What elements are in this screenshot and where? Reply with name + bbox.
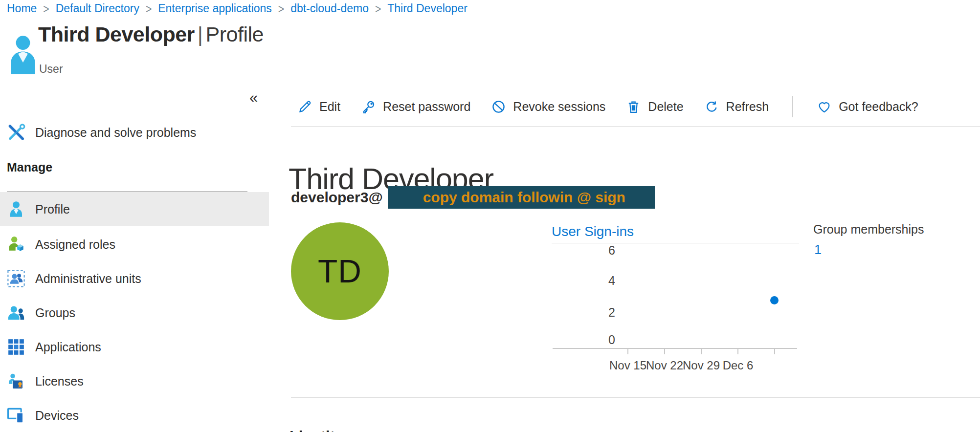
chevron-right-icon: > [43, 1, 49, 16]
sidebar-item-diagnose-and-solve-problems[interactable]: Diagnose and solve problems [0, 116, 269, 149]
breadcrumb-home[interactable]: Home [7, 2, 37, 15]
sidebar-item-label: Applications [35, 340, 101, 354]
toolbar-button-label: Refresh [726, 100, 769, 114]
user-principal-name: developer3@ copy domain followin @ sign [291, 186, 655, 209]
sidebar-item-label: Administrative units [35, 272, 141, 286]
sidebar-item-label: Profile [35, 202, 70, 216]
sidebar-collapse-icon[interactable]: « [249, 90, 258, 105]
x-axis-line [553, 348, 797, 349]
user-avatar-icon [10, 34, 36, 74]
x-axis-tick [701, 349, 702, 354]
sidebar: « Diagnose and solve problems Manage Pro… [0, 73, 269, 432]
sidebar-item-label: Groups [35, 306, 75, 320]
chevron-right-icon: > [146, 1, 152, 16]
devices-icon [7, 406, 25, 425]
chevron-right-icon: > [278, 1, 284, 16]
group-memberships-count-link[interactable]: 1 [814, 242, 822, 258]
y-axis-tick-label: 6 [586, 243, 615, 258]
toolbar-button-label: Reset password [383, 100, 470, 114]
applications-grid-icon [7, 338, 25, 356]
toolbar-separator [792, 96, 793, 117]
delete-button[interactable]: Delete [626, 99, 683, 114]
avatar: TD [291, 222, 389, 320]
sidebar-item-devices[interactable]: Devices [0, 398, 269, 432]
refresh-icon [704, 99, 719, 114]
breadcrumb-third-developer[interactable]: Third Developer [387, 2, 468, 15]
page-title: Third Developer|Profile [38, 22, 264, 46]
username-prefix: developer3@ [291, 189, 383, 206]
key-icon [361, 99, 376, 114]
sidebar-item-licenses[interactable]: Licenses [0, 364, 269, 398]
azure-user-profile-screen: Home > Default Directory > Enterprise ap… [0, 0, 980, 432]
sidebar-item-label: Licenses [35, 374, 84, 389]
heart-icon [817, 99, 832, 114]
sidebar-item-label: Diagnose and solve problems [35, 126, 196, 140]
user-sign-ins-chart: User Sign-ins 6 4 2 0 Nov 15 Nov 22 Nov … [552, 224, 799, 376]
sidebar-item-label: Assigned roles [35, 238, 115, 252]
domain-redaction-overlay: copy domain followin @ sign [388, 186, 655, 209]
trash-icon [626, 99, 641, 114]
sidebar-item-groups[interactable]: Groups [0, 296, 269, 330]
x-axis-tick [774, 349, 775, 354]
page-title-name: Third Developer [38, 22, 195, 46]
breadcrumb: Home > Default Directory > Enterprise ap… [7, 2, 468, 15]
revoke-sessions-button[interactable]: Revoke sessions [491, 99, 605, 114]
diagnose-tools-icon [7, 123, 25, 142]
chart-title-link[interactable]: User Sign-ins [552, 224, 634, 239]
y-axis-tick-label: 0 [586, 333, 615, 347]
sidebar-item-administrative-units[interactable]: Administrative units [0, 261, 269, 296]
chevron-right-icon: > [375, 1, 381, 16]
reset-password-button[interactable]: Reset password [361, 99, 470, 114]
sidebar-item-assigned-roles[interactable]: Assigned roles [0, 227, 269, 261]
x-axis-tick [664, 349, 665, 354]
groups-icon [7, 303, 25, 322]
refresh-button[interactable]: Refresh [704, 99, 769, 114]
toolbar-button-label: Edit [319, 100, 340, 114]
toolbar-button-label: Revoke sessions [513, 100, 605, 114]
sign-in-data-point [770, 296, 779, 304]
breadcrumb-dbt-cloud-demo[interactable]: dbt-cloud-demo [290, 2, 369, 15]
edit-button[interactable]: Edit [297, 99, 340, 114]
administrative-units-icon [7, 269, 25, 288]
sidebar-item-applications[interactable]: Applications [0, 330, 269, 364]
block-icon [491, 99, 506, 114]
toolbar-button-label: Delete [648, 100, 683, 114]
x-axis-tick [627, 349, 628, 354]
profile-person-icon [7, 200, 25, 218]
got-feedback-button[interactable]: Got feedback? [817, 99, 918, 114]
toolbar-button-label: Got feedback? [839, 100, 918, 114]
breadcrumb-default-directory[interactable]: Default Directory [56, 2, 139, 15]
sidebar-item-profile[interactable]: Profile [0, 192, 269, 226]
y-axis-tick-label: 4 [586, 274, 615, 288]
breadcrumb-enterprise-applications[interactable]: Enterprise applications [158, 2, 272, 15]
toolbar-divider [291, 126, 980, 127]
identity-section-heading: Identity [290, 428, 343, 432]
sidebar-section-manage: Manage [7, 160, 52, 174]
y-axis-tick-label: 2 [586, 305, 615, 320]
command-bar: Edit Reset password Revoke sessions [297, 94, 918, 119]
x-axis-tick-label: Dec 6 [711, 359, 765, 372]
assigned-roles-icon [7, 235, 25, 254]
x-axis-tick [737, 349, 738, 354]
sidebar-item-label: Devices [35, 409, 79, 423]
page-title-section: Profile [206, 22, 264, 46]
licenses-icon [7, 372, 25, 390]
section-divider [291, 397, 980, 398]
pencil-icon [297, 99, 312, 114]
page-title-separator: | [195, 22, 206, 46]
group-memberships-label: Group memberships [813, 222, 924, 237]
